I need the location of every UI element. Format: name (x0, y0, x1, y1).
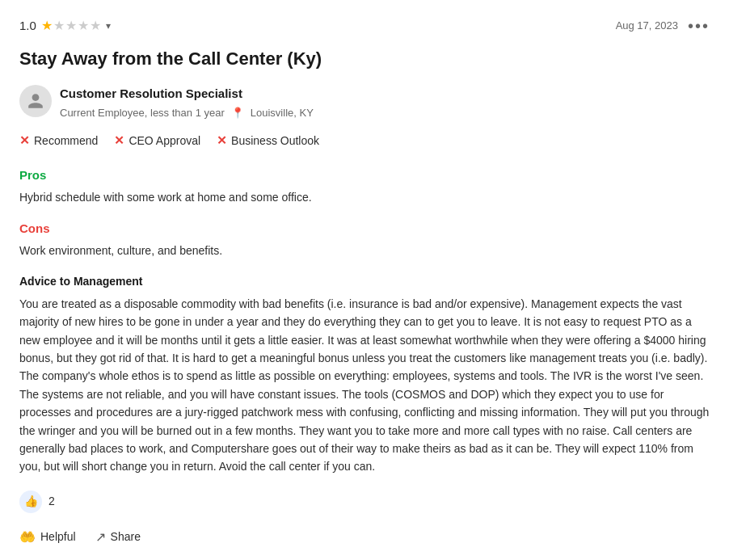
star-1: ★ (41, 16, 53, 36)
cons-text: Work environment, culture, and benefits. (19, 242, 710, 260)
reviewer-meta: Current Employee, less than 1 year 📍 Lou… (60, 105, 314, 121)
review-date: Aug 17, 2023 (616, 18, 678, 34)
helpful-icon: 🤲 (19, 529, 36, 545)
reviewer-info: Customer Resolution Specialist Current E… (19, 85, 710, 120)
share-label: Share (111, 530, 141, 543)
location-icon: 📍 (231, 105, 244, 121)
star-3: ★ (65, 16, 77, 36)
chevron-down-icon[interactable]: ▾ (106, 19, 111, 33)
helpful-button[interactable]: 🤲 Helpful (19, 524, 76, 549)
actions-row: 🤲 Helpful ↗ Share (19, 524, 710, 549)
star-4: ★ (78, 16, 89, 36)
star-5: ★ (90, 16, 101, 36)
business-outlook-label: Business Outlook (231, 133, 319, 149)
outlook-x-icon: ✕ (217, 132, 227, 150)
avatar (19, 85, 52, 117)
ceo-approval-badge: ✕ CEO Approval (114, 132, 200, 150)
business-outlook-badge: ✕ Business Outlook (217, 132, 319, 150)
reviewer-name: Customer Resolution Specialist (60, 85, 314, 103)
header-right: Aug 17, 2023 ••• (616, 18, 710, 34)
reviewer-location: Louisville, KY (251, 105, 314, 121)
review-header: 1.0 ★ ★ ★ ★ ★ ▾ Aug 17, 2023 ••• (19, 16, 710, 36)
star-2: ★ (53, 16, 65, 36)
badges-row: ✕ Recommend ✕ CEO Approval ✕ Business Ou… (19, 132, 710, 150)
advice-label: Advice to Management (19, 273, 710, 290)
pros-label: Pros (19, 166, 710, 185)
reaction-count: 2 (48, 493, 55, 510)
reviewer-details: Customer Resolution Specialist Current E… (60, 85, 314, 120)
advice-text: You are treated as a disposable commodit… (19, 295, 710, 476)
reactions-row: 👍 2 (19, 491, 710, 513)
ceo-x-icon: ✕ (114, 132, 124, 150)
recommend-label: Recommend (34, 133, 98, 149)
recommend-badge: ✕ Recommend (19, 132, 98, 150)
recommend-x-icon: ✕ (19, 132, 30, 150)
thumbs-up-reaction-icon[interactable]: 👍 (19, 491, 42, 513)
more-options-button[interactable]: ••• (688, 18, 710, 34)
pros-text: Hybrid schedule with some work at home a… (19, 189, 710, 207)
rating-row: 1.0 ★ ★ ★ ★ ★ ▾ (19, 16, 111, 36)
cons-label: Cons (19, 220, 710, 238)
helpful-label: Helpful (40, 530, 76, 543)
person-icon (27, 92, 44, 110)
share-icon: ↗ (95, 529, 106, 545)
rating-number: 1.0 (19, 17, 36, 36)
review-title: Stay Away from the Call Center (Ky) (19, 45, 710, 72)
share-button[interactable]: ↗ Share (95, 524, 141, 549)
ceo-approval-label: CEO Approval (129, 133, 200, 149)
employment-status: Current Employee, less than 1 year (60, 105, 225, 121)
stars: ★ ★ ★ ★ ★ (41, 16, 101, 36)
